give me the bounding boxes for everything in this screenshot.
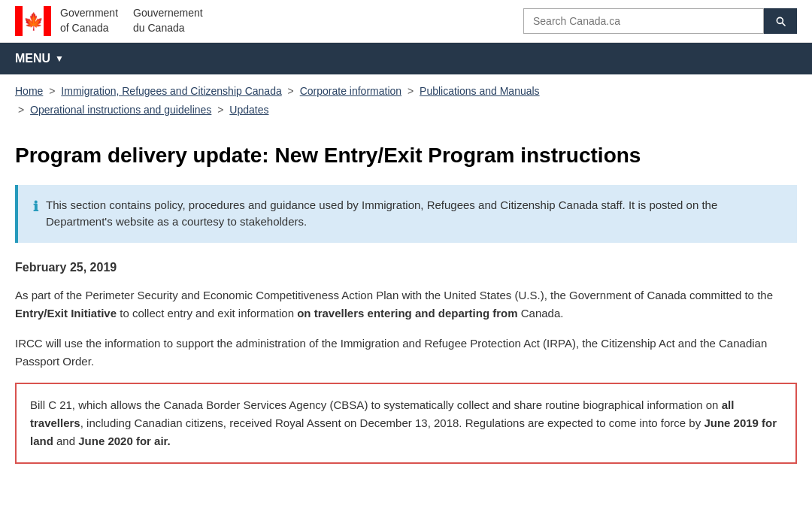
para1-text3: Canada. xyxy=(518,307,564,320)
breadcrumb-operational[interactable]: Operational instructions and guidelines xyxy=(30,104,211,116)
site-header: 🍁 Government of Canada Gouvernement du C… xyxy=(0,0,812,43)
highlight-text1: Bill C 21, which allows the Canada Borde… xyxy=(30,398,722,411)
highlight-text2: , including Canadian citizens, received … xyxy=(80,416,704,429)
para1-bold2: on travellers entering and departing fro… xyxy=(297,307,517,320)
info-box-text: This section contains policy, procedures… xyxy=(46,197,782,231)
info-icon: ℹ xyxy=(33,198,38,215)
government-name: Government of Canada Gouvernement du Can… xyxy=(60,6,203,35)
breadcrumb-publications[interactable]: Publications and Manuals xyxy=(420,85,540,97)
svg-text:🍁: 🍁 xyxy=(23,11,44,32)
menu-button[interactable]: MENU ▼ xyxy=(15,43,64,74)
breadcrumb-ircc[interactable]: Immigration, Refugees and Citizenship Ca… xyxy=(61,85,281,97)
search-input[interactable] xyxy=(523,8,764,34)
article-paragraph-2: IRCC will use the information to support… xyxy=(15,335,797,371)
breadcrumb-home[interactable]: Home xyxy=(15,85,43,97)
search-icon xyxy=(774,15,786,27)
search-button[interactable] xyxy=(764,8,797,34)
menu-bar: MENU ▼ xyxy=(0,43,812,74)
canada-flag-icon: 🍁 xyxy=(15,6,51,36)
breadcrumb-corporate[interactable]: Corporate information xyxy=(300,85,401,97)
highlight-text3: and xyxy=(53,435,78,447)
gov-name-english: Government of Canada xyxy=(60,6,118,35)
search-area xyxy=(523,8,797,34)
gov-name-french: Gouvernement du Canada xyxy=(133,6,203,35)
info-box: ℹ This section contains policy, procedur… xyxy=(15,185,797,243)
para1-text2: to collect entry and exit information xyxy=(117,307,297,320)
page-title: Program delivery update: New Entry/Exit … xyxy=(15,142,797,169)
menu-label: MENU xyxy=(15,52,50,65)
para1-text1: As part of the Perimeter Security and Ec… xyxy=(15,289,773,301)
breadcrumb-updates[interactable]: Updates xyxy=(229,104,268,116)
chevron-down-icon: ▼ xyxy=(55,53,64,64)
svg-rect-0 xyxy=(15,6,23,36)
para1-bold1: Entry/Exit Initiative xyxy=(15,307,117,320)
highlight-box: Bill C 21, which allows the Canada Borde… xyxy=(15,383,797,464)
article-paragraph-1: As part of the Perimeter Security and Ec… xyxy=(15,286,797,323)
breadcrumb: Home > Immigration, Refugees and Citizen… xyxy=(0,74,812,127)
article-date: February 25, 2019 xyxy=(15,261,797,274)
logo-area: 🍁 Government of Canada Gouvernement du C… xyxy=(15,6,203,36)
main-content: Program delivery update: New Entry/Exit … xyxy=(0,127,812,493)
highlight-bold3: June 2020 for air. xyxy=(78,435,171,447)
svg-rect-1 xyxy=(44,6,51,36)
